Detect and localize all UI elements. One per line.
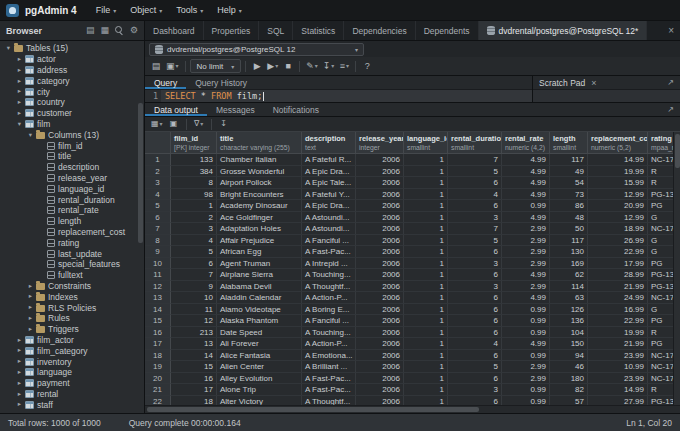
cell[interactable]: A Fanciful ... <box>302 315 356 327</box>
cell[interactable]: 4.99 <box>502 166 550 178</box>
cell[interactable]: 2006 <box>356 396 404 406</box>
cell[interactable]: 94 <box>550 350 588 362</box>
tree-item-release-year[interactable]: release_year <box>0 173 144 184</box>
cell[interactable]: 6 <box>448 177 502 189</box>
expand-icon[interactable]: ↗ <box>661 103 680 116</box>
cell[interactable]: 26.99 <box>588 235 648 247</box>
caret-down-icon[interactable]: ▾ <box>26 132 35 139</box>
settings-icon[interactable]: ⚙ <box>130 26 138 35</box>
sql-editor[interactable]: 1 SELECT * FROM film; <box>145 90 532 102</box>
scratch-pad-input[interactable] <box>533 90 680 102</box>
cell[interactable]: 2006 <box>356 246 404 258</box>
column-header[interactable]: replacement_costnumeric (5,2) <box>588 132 648 154</box>
cell[interactable]: PG-13 <box>648 189 673 201</box>
cell[interactable]: 16 <box>171 373 217 385</box>
cell[interactable]: 1 <box>404 396 448 406</box>
cell[interactable]: 1 <box>404 269 448 281</box>
table-row[interactable]: 1915Alien CenterA Brilliant ...2006152.9… <box>145 361 673 373</box>
cell[interactable]: 5 <box>171 246 217 258</box>
cell[interactable]: A Touching... <box>302 327 356 339</box>
cell[interactable]: 9 <box>171 281 217 293</box>
cell[interactable]: 2006 <box>356 338 404 350</box>
menu-file[interactable]: File▾ <box>89 3 124 17</box>
row-number[interactable]: 12 <box>145 281 171 293</box>
cell[interactable]: 213 <box>171 327 217 339</box>
cell[interactable]: 6 <box>448 315 502 327</box>
cell[interactable]: 4 <box>448 189 502 201</box>
close-icon[interactable]: × <box>666 21 676 40</box>
tree-item-triggers[interactable]: ▸Triggers <box>0 324 144 335</box>
cell[interactable]: 0.99 <box>502 315 550 327</box>
cell[interactable]: 18 <box>171 396 217 406</box>
cell[interactable]: NC-17 <box>648 361 673 373</box>
cell[interactable]: 28.99 <box>588 269 648 281</box>
caret-right-icon[interactable]: ▸ <box>15 99 24 106</box>
cell[interactable]: A Epic Dra... <box>302 200 356 212</box>
cell[interactable]: 114 <box>550 281 588 293</box>
cell[interactable]: PG <box>648 315 673 327</box>
cell[interactable]: PG <box>648 258 673 270</box>
cell[interactable]: 3 <box>448 384 502 396</box>
tree-item-country[interactable]: ▸country <box>0 97 144 108</box>
cell[interactable]: Academy Dinosaur <box>217 200 302 212</box>
cell[interactable]: 150 <box>550 338 588 350</box>
cell[interactable]: Alien Center <box>217 361 302 373</box>
cell[interactable]: 2006 <box>356 292 404 304</box>
cell[interactable]: Agent Truman <box>217 258 302 270</box>
cell[interactable]: 10.99 <box>588 361 648 373</box>
cell[interactable]: 1 <box>404 315 448 327</box>
cell[interactable]: Airport Pollock <box>217 177 302 189</box>
cell[interactable]: 22.99 <box>588 246 648 258</box>
cell[interactable]: 15 <box>171 361 217 373</box>
cell[interactable]: 1 <box>404 246 448 258</box>
cell[interactable]: 16.99 <box>588 304 648 316</box>
cell[interactable]: Grosse Wonderful <box>217 166 302 178</box>
cell[interactable]: 136 <box>550 315 588 327</box>
cell[interactable]: 117 <box>550 235 588 247</box>
caret-down-icon[interactable]: ▾ <box>15 121 24 128</box>
table-row[interactable]: 51Academy DinosaurA Epic Dra...2006160.9… <box>145 200 673 212</box>
cell[interactable]: 20.99 <box>588 200 648 212</box>
table-row[interactable]: 95African EggA Fast-Pac...2006162.991302… <box>145 246 673 258</box>
cell[interactable]: Bright Encounters <box>217 189 302 201</box>
row-number[interactable]: 21 <box>145 384 171 396</box>
tree-item-language-id[interactable]: language_id <box>0 183 144 194</box>
tab-dependents[interactable]: Dependents <box>416 21 479 40</box>
cell[interactable]: 0.99 <box>502 327 550 339</box>
caret-down-icon[interactable]: ▾ <box>4 45 13 52</box>
cell[interactable]: 1 <box>404 281 448 293</box>
cell[interactable]: 6 <box>448 373 502 385</box>
cell[interactable]: 2006 <box>356 189 404 201</box>
tree-item-city[interactable]: ▸city <box>0 86 144 97</box>
cell[interactable]: 12.99 <box>588 212 648 224</box>
cell[interactable]: A Astoundi... <box>302 212 356 224</box>
row-number[interactable]: 8 <box>145 235 171 247</box>
cell[interactable]: 2.99 <box>502 373 550 385</box>
cell[interactable]: 2006 <box>356 212 404 224</box>
cell[interactable]: R <box>648 166 673 178</box>
cell[interactable]: 14.99 <box>588 384 648 396</box>
cell[interactable]: A Touching... <box>302 269 356 281</box>
cell[interactable]: 0.99 <box>502 384 550 396</box>
cell[interactable]: 169 <box>550 258 588 270</box>
open-file-icon[interactable]: ▤ <box>149 59 163 74</box>
cell[interactable]: 0.99 <box>502 350 550 362</box>
cell[interactable]: 7 <box>448 154 502 166</box>
filter-icon[interactable]: ∇▾ <box>192 118 206 130</box>
tree-item-actor[interactable]: ▸actor <box>0 54 144 65</box>
cell[interactable]: 2006 <box>356 166 404 178</box>
tree-item-title[interactable]: title <box>0 151 144 162</box>
tab-sql[interactable]: SQL <box>259 21 293 40</box>
row-number-header[interactable] <box>145 132 171 154</box>
macros-icon[interactable]: ≡▾ <box>337 59 351 74</box>
cell[interactable]: NC-17 <box>648 223 673 235</box>
tree-item-address[interactable]: ▸address <box>0 65 144 76</box>
caret-right-icon[interactable]: ▸ <box>15 358 24 365</box>
cell[interactable]: R <box>648 327 673 339</box>
cell[interactable]: R <box>648 177 673 189</box>
row-number[interactable]: 10 <box>145 258 171 270</box>
cell[interactable]: 2006 <box>356 350 404 362</box>
caret-right-icon[interactable]: ▸ <box>15 67 24 74</box>
cell[interactable]: NC-17 <box>648 373 673 385</box>
cell[interactable]: PG <box>648 338 673 350</box>
